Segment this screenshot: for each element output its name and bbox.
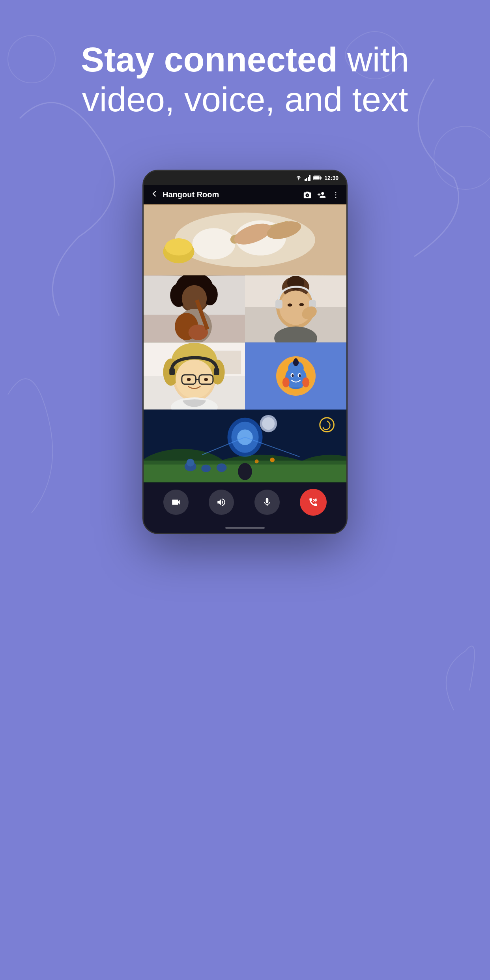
microphone-icon bbox=[262, 497, 272, 507]
svg-point-68 bbox=[292, 374, 294, 377]
add-person-icon[interactable] bbox=[317, 191, 326, 199]
signal-icon bbox=[305, 175, 311, 181]
audio-toggle-button[interactable] bbox=[209, 490, 234, 515]
guitar-scene bbox=[144, 275, 245, 342]
genie-avatar bbox=[276, 356, 316, 396]
video-cell-smiling bbox=[144, 342, 245, 410]
battery-icon bbox=[313, 176, 322, 180]
video-toggle-button[interactable] bbox=[163, 490, 189, 515]
speaker-icon bbox=[216, 497, 226, 507]
svg-point-80 bbox=[237, 429, 253, 445]
hero-line2: video, voice, and text bbox=[82, 80, 408, 119]
video-cell-cooking bbox=[144, 204, 346, 275]
camera-switch-icon[interactable] bbox=[303, 191, 312, 199]
svg-rect-5 bbox=[308, 177, 309, 181]
svg-point-89 bbox=[255, 460, 259, 464]
svg-point-70 bbox=[282, 378, 289, 387]
avatar-video bbox=[245, 342, 346, 410]
svg-rect-8 bbox=[314, 176, 320, 180]
phone-mockup: 12:30 Hangout Room bbox=[142, 170, 348, 534]
guitar-video bbox=[144, 275, 245, 342]
svg-point-88 bbox=[270, 458, 275, 462]
video-grid bbox=[144, 204, 346, 483]
svg-point-39 bbox=[288, 303, 292, 307]
cooking-scene bbox=[144, 204, 346, 275]
svg-rect-3 bbox=[305, 179, 306, 181]
end-call-button[interactable] bbox=[300, 489, 327, 516]
svg-point-14 bbox=[193, 228, 236, 259]
svg-point-2 bbox=[298, 180, 299, 180]
svg-point-19 bbox=[165, 238, 192, 255]
svg-point-65 bbox=[294, 358, 297, 363]
svg-rect-4 bbox=[306, 178, 307, 181]
svg-point-1 bbox=[434, 126, 490, 189]
svg-point-84 bbox=[187, 459, 195, 467]
hero-regular-text: with bbox=[338, 40, 409, 79]
game-video bbox=[144, 410, 346, 483]
game-scene bbox=[144, 410, 346, 483]
svg-point-9 bbox=[335, 192, 337, 193]
video-cell-guitar bbox=[144, 275, 245, 342]
svg-point-69 bbox=[299, 374, 301, 377]
status-time: 12:30 bbox=[324, 175, 339, 181]
svg-point-28 bbox=[182, 285, 207, 312]
home-bar bbox=[225, 527, 265, 529]
hero-section: Stay connected with video, voice, and te… bbox=[0, 39, 490, 119]
status-icons: 12:30 bbox=[295, 175, 339, 181]
svg-point-10 bbox=[335, 194, 337, 195]
video-cell-headphones bbox=[245, 275, 346, 342]
mic-toggle-button[interactable] bbox=[254, 490, 280, 515]
app-header: Hangout Room bbox=[144, 185, 346, 204]
svg-point-11 bbox=[335, 197, 337, 198]
smiling-video bbox=[144, 342, 245, 410]
svg-point-85 bbox=[201, 464, 211, 472]
svg-rect-53 bbox=[214, 368, 219, 375]
svg-rect-52 bbox=[169, 368, 175, 375]
wifi-icon bbox=[295, 175, 302, 181]
hero-bold-text: Stay connected bbox=[81, 40, 337, 79]
phone-screen: 12:30 Hangout Room bbox=[142, 170, 348, 534]
video-cell-avatar bbox=[245, 342, 346, 410]
svg-point-86 bbox=[217, 463, 227, 472]
svg-point-92 bbox=[262, 417, 275, 430]
status-bar: 12:30 bbox=[144, 171, 346, 185]
call-controls bbox=[144, 483, 346, 525]
svg-point-40 bbox=[299, 303, 304, 306]
hero-heading: Stay connected with video, voice, and te… bbox=[32, 39, 458, 119]
svg-rect-41 bbox=[275, 300, 282, 309]
back-button[interactable] bbox=[150, 190, 158, 200]
smiling-scene bbox=[144, 342, 245, 410]
genie-svg bbox=[278, 358, 314, 394]
end-call-icon bbox=[308, 497, 318, 507]
svg-point-59 bbox=[204, 378, 208, 381]
header-title: Hangout Room bbox=[163, 190, 298, 199]
video-cell-game bbox=[144, 410, 346, 483]
video-camera-icon bbox=[171, 497, 181, 507]
svg-point-58 bbox=[187, 378, 191, 381]
headphones-video bbox=[245, 275, 346, 342]
svg-point-71 bbox=[302, 378, 309, 387]
more-icon[interactable] bbox=[331, 191, 340, 199]
header-action-icons bbox=[303, 191, 340, 199]
headphones-scene bbox=[245, 275, 346, 342]
cooking-video bbox=[144, 204, 346, 275]
svg-point-87 bbox=[238, 463, 252, 480]
home-indicator bbox=[144, 525, 346, 533]
svg-rect-6 bbox=[309, 175, 310, 181]
